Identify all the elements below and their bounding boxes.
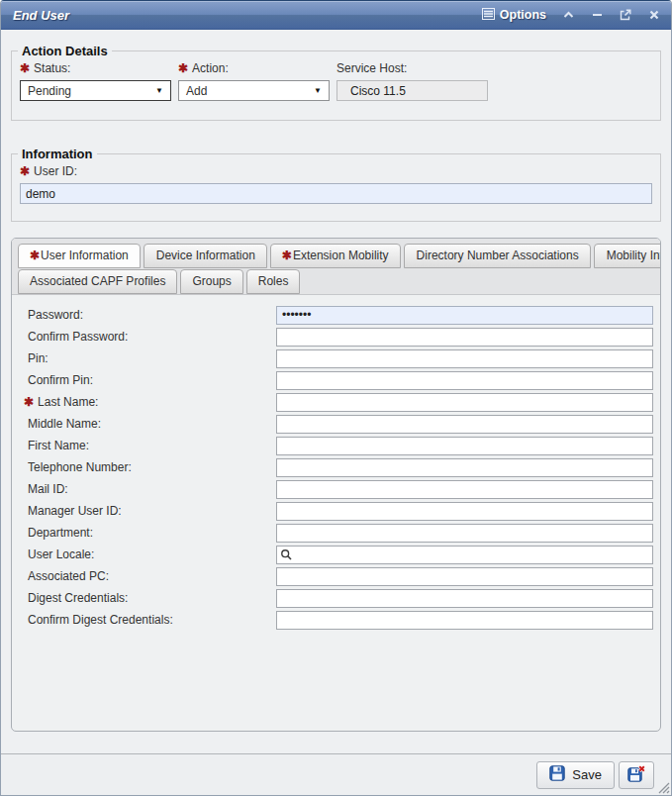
tab-user-information[interactable]: ✱User Information — [18, 244, 141, 268]
tab-panel: ✱User Information Device Information ✱Ex… — [11, 238, 661, 732]
mail-id-label: Mail ID: — [24, 482, 276, 496]
dropdown-caret-icon: ▼ — [314, 87, 322, 95]
required-asterisk: ✱ — [282, 249, 292, 262]
footer-toolbar: Save — [1, 753, 671, 795]
minus-icon — [592, 10, 603, 20]
chevron-up-icon — [563, 11, 574, 19]
titlebar-controls: Options — [482, 8, 661, 23]
service-host-field-group: Service Host: Cisco 11.5 — [336, 60, 488, 101]
form-row: Manager User ID: — [24, 500, 653, 522]
user-information-panel: Password: Confirm Password: Pin: Confirm… — [12, 295, 660, 640]
window-body: Action Details ✱Status: Pending ▼ ✱Actio… — [1, 44, 671, 732]
middle-name-input[interactable] — [276, 415, 653, 434]
tab-extension-mobility[interactable]: ✱Extension Mobility — [270, 244, 401, 268]
associated-pc-label: Associated PC: — [24, 569, 276, 583]
confirm-digest-credentials-label: Confirm Digest Credentials: — [24, 613, 276, 627]
required-asterisk: ✱ — [20, 61, 30, 75]
status-field-group: ✱Status: Pending ▼ — [20, 60, 171, 101]
required-asterisk: ✱ — [20, 164, 30, 178]
save-close-button[interactable] — [619, 761, 654, 789]
middle-name-label: Middle Name: — [24, 417, 276, 431]
status-select-value: Pending — [28, 84, 71, 98]
form-row: Digest Credentials: — [24, 587, 653, 609]
window-title: End User — [13, 8, 69, 23]
tab-associated-capf-profiles[interactable]: Associated CAPF Profiles — [18, 269, 177, 294]
mail-id-input[interactable] — [276, 480, 653, 499]
required-asterisk: ✱ — [30, 249, 40, 262]
digest-credentials-label: Digest Credentials: — [24, 591, 276, 605]
information-section: Information ✱User ID: — [11, 147, 661, 222]
action-field-group: ✱Action: Add ▼ — [178, 60, 330, 101]
form-row: First Name: — [24, 435, 653, 456]
manager-user-id-input[interactable] — [276, 502, 653, 521]
end-user-window: End User Options — [0, 0, 672, 796]
status-select[interactable]: Pending ▼ — [20, 80, 171, 101]
action-label: ✱Action: — [178, 61, 330, 75]
save-button-label: Save — [572, 767, 602, 782]
form-row: Department: — [24, 522, 653, 544]
confirm-password-label: Confirm Password: — [24, 330, 276, 344]
form-row: Confirm Password: — [24, 326, 653, 348]
action-details-section: Action Details ✱Status: Pending ▼ ✱Actio… — [11, 44, 661, 121]
save-floppy-icon — [549, 765, 565, 784]
department-label: Department: — [24, 526, 276, 540]
collapse-button[interactable] — [561, 8, 575, 22]
password-input[interactable] — [276, 306, 653, 325]
tab-groups[interactable]: Groups — [180, 269, 242, 294]
telephone-number-label: Telephone Number: — [24, 460, 276, 474]
required-asterisk: ✱ — [178, 61, 188, 75]
status-label: ✱Status: — [20, 61, 171, 75]
form-row: Mail ID: — [24, 478, 653, 500]
last-name-label: ✱Last Name: — [24, 395, 276, 409]
pin-input[interactable] — [276, 349, 653, 368]
form-row: Password: — [24, 304, 653, 326]
required-asterisk: ✱ — [24, 395, 34, 409]
manager-user-id-label: Manager User ID: — [24, 504, 276, 518]
search-icon[interactable] — [280, 548, 293, 561]
information-legend: Information — [18, 147, 97, 161]
close-button[interactable] — [647, 8, 661, 22]
action-select[interactable]: Add ▼ — [178, 80, 330, 101]
user-id-label: ✱User ID: — [20, 164, 652, 178]
save-button[interactable]: Save — [536, 761, 615, 789]
resize-grip[interactable] — [656, 780, 670, 794]
user-locale-input[interactable] — [276, 546, 653, 564]
dropdown-caret-icon: ▼ — [155, 87, 163, 95]
tab-roles[interactable]: Roles — [246, 269, 301, 294]
form-row: Confirm Pin: — [24, 369, 653, 391]
titlebar: End User Options — [1, 1, 671, 30]
minimize-button[interactable] — [590, 8, 604, 22]
save-close-floppy-icon — [627, 765, 645, 785]
last-name-input[interactable] — [276, 393, 653, 412]
user-id-input[interactable] — [20, 183, 652, 204]
form-row: Associated PC: — [24, 565, 653, 587]
confirm-pin-label: Confirm Pin: — [24, 373, 276, 387]
pin-label: Pin: — [24, 351, 276, 365]
form-row: Pin: — [24, 348, 653, 369]
tab-device-information[interactable]: Device Information — [144, 244, 267, 268]
popout-button[interactable] — [619, 8, 632, 22]
close-icon — [649, 10, 659, 20]
first-name-input[interactable] — [276, 437, 653, 455]
form-row: Confirm Digest Credentials: — [24, 609, 653, 631]
tab-strip: ✱User Information Device Information ✱Ex… — [12, 239, 660, 295]
form-row: Telephone Number: — [24, 456, 653, 478]
form-row: User Locale: — [24, 544, 653, 565]
digest-credentials-input[interactable] — [276, 589, 653, 608]
telephone-number-input[interactable] — [276, 458, 653, 477]
associated-pc-input[interactable] — [276, 567, 653, 586]
tab-directory-number-associations[interactable]: Directory Number Associations — [404, 244, 591, 268]
service-host-label: Service Host: — [336, 61, 488, 75]
confirm-pin-input[interactable] — [276, 371, 653, 390]
department-input[interactable] — [276, 524, 653, 543]
user-locale-label: User Locale: — [24, 547, 276, 561]
options-button[interactable]: Options — [482, 8, 546, 23]
password-label: Password: — [24, 308, 276, 322]
confirm-password-input[interactable] — [276, 328, 653, 347]
confirm-digest-credentials-input[interactable] — [276, 611, 653, 630]
service-host-value: Cisco 11.5 — [350, 84, 406, 98]
options-list-icon — [482, 8, 495, 23]
tab-mobility-information[interactable]: Mobility Information — [594, 244, 661, 268]
form-row: ✱Last Name: — [24, 391, 653, 413]
action-details-legend: Action Details — [18, 44, 112, 58]
